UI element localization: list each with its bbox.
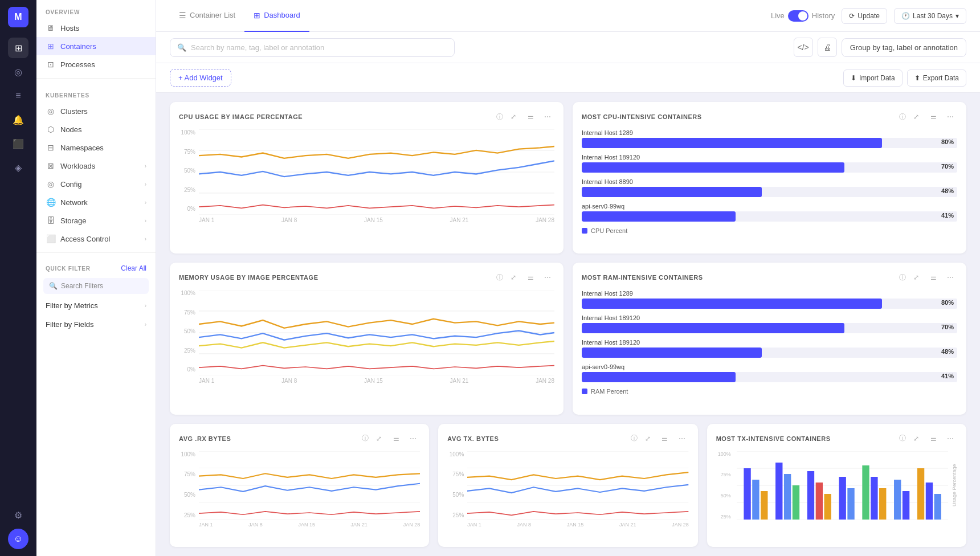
memory-title: MEMORY USAGE BY IMAGE PERCENTAGE bbox=[179, 274, 493, 281]
tx-filter[interactable]: ⚌ bbox=[658, 432, 672, 445]
cpu-intensive-filter[interactable]: ⚌ bbox=[926, 110, 940, 124]
rail-icon-chart[interactable]: ⬛ bbox=[8, 133, 28, 154]
printer-btn[interactable]: 🖨 bbox=[818, 38, 837, 57]
rx-expand[interactable]: ⤢ bbox=[372, 432, 386, 445]
bar-row: Internal Host 189120 70% bbox=[582, 154, 957, 173]
rx-filter[interactable]: ⚌ bbox=[389, 432, 403, 445]
tx-bar-y-axis: 100% 75% 50% 25% bbox=[716, 451, 733, 520]
ram-more[interactable]: ⋯ bbox=[944, 271, 957, 284]
cpu-legend-label: CPU Percent bbox=[591, 227, 627, 234]
tx-intensive-info[interactable]: ⓘ bbox=[899, 434, 906, 443]
rx-more[interactable]: ⋯ bbox=[406, 432, 420, 445]
rail-icon-cube[interactable]: ◈ bbox=[8, 157, 28, 178]
ram-legend-label: RAM Percent bbox=[591, 388, 628, 395]
sidebar-item-containers[interactable]: ⊞ Containers bbox=[36, 37, 156, 55]
tab-dashboard[interactable]: ⊞ Dashboard bbox=[244, 0, 309, 32]
tx-intensive-more[interactable]: ⋯ bbox=[944, 432, 957, 445]
filter-fields-row[interactable]: Filter by Fields › bbox=[36, 315, 156, 334]
filter-metrics-row[interactable]: Filter by Metrics › bbox=[36, 296, 156, 315]
tx-more[interactable]: ⋯ bbox=[675, 432, 689, 445]
live-history-toggle[interactable] bbox=[788, 10, 808, 22]
cpu-intensive-more[interactable]: ⋯ bbox=[944, 110, 957, 124]
ram-bars: Internal Host 1289 80% Internal Host 189… bbox=[582, 290, 957, 382]
sidebar-item-clusters[interactable]: ◎ Clusters bbox=[36, 102, 156, 120]
memory-filter[interactable]: ⚌ bbox=[524, 271, 537, 284]
bar-pct: 80% bbox=[941, 138, 954, 145]
sidebar-item-config[interactable]: ◎ Config › bbox=[36, 175, 156, 193]
group-by-box[interactable]: Group by tag, label or annotation bbox=[842, 38, 966, 57]
storage-icon: 🗄 bbox=[46, 216, 56, 225]
ram-info[interactable]: ⓘ bbox=[899, 273, 906, 283]
ram-expand[interactable]: ⤢ bbox=[909, 271, 923, 284]
date-range-btn[interactable]: 🕐 Last 30 Days ▾ bbox=[894, 8, 966, 24]
cpu-expand-btn[interactable]: ⤢ bbox=[507, 110, 520, 124]
cpu-intensive-expand[interactable]: ⤢ bbox=[909, 110, 923, 124]
tx-intensive-card: MOST TX-INTENSIVE CONTAINERS ⓘ ⤢ ⚌ ⋯ 100… bbox=[707, 424, 966, 547]
svg-rect-31 bbox=[807, 471, 814, 520]
ram-filter[interactable]: ⚌ bbox=[926, 271, 940, 284]
bar-label: api-serv0-99wq bbox=[582, 363, 957, 370]
filter-fields-chevron: › bbox=[145, 321, 146, 328]
rail-icon-list[interactable]: ≡ bbox=[8, 85, 28, 106]
code-btn[interactable]: </> bbox=[794, 38, 813, 57]
bar-fill bbox=[582, 323, 844, 333]
config-chevron: › bbox=[145, 181, 146, 187]
bar-label: Internal Host 8890 bbox=[582, 178, 957, 185]
bar-track: 80% bbox=[582, 299, 957, 309]
rail-icon-user[interactable]: ☺ bbox=[8, 529, 28, 549]
tx-bar-y-label: Usage Percentage bbox=[952, 451, 957, 520]
config-icon: ◎ bbox=[46, 179, 56, 189]
bar-track: 48% bbox=[582, 187, 957, 197]
cpu-chart-area: JAN 1 JAN 8 JAN 15 JAN 21 JAN 28 bbox=[199, 129, 554, 223]
import-data-btn[interactable]: ⬇ Import Data bbox=[843, 70, 903, 87]
workloads-chevron: › bbox=[145, 163, 146, 169]
add-widget-btn[interactable]: + Add Widget bbox=[170, 69, 231, 87]
svg-rect-39 bbox=[894, 480, 901, 520]
search-filters-box[interactable]: 🔍 Search Filters bbox=[43, 278, 149, 294]
tx-info[interactable]: ⓘ bbox=[631, 434, 638, 443]
rx-info[interactable]: ⓘ bbox=[362, 434, 369, 443]
rail-icon-alert[interactable]: 🔔 bbox=[8, 109, 28, 130]
export-data-btn[interactable]: ⬆ Export Data bbox=[907, 70, 966, 87]
sidebar-item-access-control[interactable]: ⬜ Access Control › bbox=[36, 230, 156, 248]
sidebar-item-namespaces[interactable]: ⊟ Namespaces bbox=[36, 138, 156, 157]
sidebar-item-workloads[interactable]: ⊠ Workloads › bbox=[36, 157, 156, 175]
bar-label: Internal Host 189120 bbox=[582, 154, 957, 161]
cpu-info-icon[interactable]: ⓘ bbox=[496, 112, 503, 122]
update-btn[interactable]: ⟳ Update bbox=[842, 8, 887, 24]
sidebar-item-network[interactable]: 🌐 Network › bbox=[36, 193, 156, 211]
sidebar-item-nodes[interactable]: ⬡ Nodes bbox=[36, 120, 156, 138]
tx-expand[interactable]: ⤢ bbox=[641, 432, 655, 445]
printer-icon: 🖨 bbox=[823, 43, 831, 52]
rail-icon-home[interactable]: ⊞ bbox=[8, 38, 28, 58]
hosts-icon: 🖥 bbox=[46, 23, 56, 32]
sidebar-item-hosts[interactable]: 🖥 Hosts bbox=[36, 19, 156, 37]
rail-icon-monitor[interactable]: ◎ bbox=[8, 62, 28, 82]
cpu-intensive-info[interactable]: ⓘ bbox=[899, 112, 906, 122]
tx-intensive-expand[interactable]: ⤢ bbox=[909, 432, 923, 445]
ram-legend-dot bbox=[582, 389, 587, 394]
bar-pct: 41% bbox=[941, 373, 954, 379]
svg-rect-38 bbox=[879, 488, 886, 520]
svg-rect-34 bbox=[839, 477, 846, 520]
tx-intensive-filter[interactable]: ⚌ bbox=[926, 432, 940, 445]
live-toggle: Live History bbox=[771, 10, 835, 22]
app-logo[interactable]: M bbox=[8, 7, 28, 27]
sidebar-item-processes[interactable]: ⊡ Processes bbox=[36, 55, 156, 73]
clock-icon: 🕐 bbox=[901, 12, 910, 20]
memory-info[interactable]: ⓘ bbox=[496, 273, 503, 283]
memory-more[interactable]: ⋯ bbox=[541, 271, 554, 284]
bar-fill bbox=[582, 187, 762, 197]
tab-container-list[interactable]: ☰ Container List bbox=[170, 0, 244, 32]
rail-icon-gear[interactable]: ⚙ bbox=[8, 505, 28, 525]
search-box[interactable]: 🔍 Search by name, tag, label or annotati… bbox=[170, 38, 455, 57]
widget-toolbar-right: ⬇ Import Data ⬆ Export Data bbox=[843, 70, 966, 87]
svg-rect-33 bbox=[824, 494, 831, 520]
clear-all-btn[interactable]: Clear All bbox=[121, 264, 146, 272]
cpu-filter-btn[interactable]: ⚌ bbox=[524, 110, 537, 124]
cpu-intensive-card: MOST CPU-INTENSIVE CONTAINERS ⓘ ⤢ ⚌ ⋯ In… bbox=[573, 102, 966, 254]
memory-expand[interactable]: ⤢ bbox=[507, 271, 520, 284]
cpu-more-btn[interactable]: ⋯ bbox=[541, 110, 554, 124]
update-icon: ⟳ bbox=[849, 12, 855, 20]
sidebar-item-storage[interactable]: 🗄 Storage › bbox=[36, 211, 156, 230]
